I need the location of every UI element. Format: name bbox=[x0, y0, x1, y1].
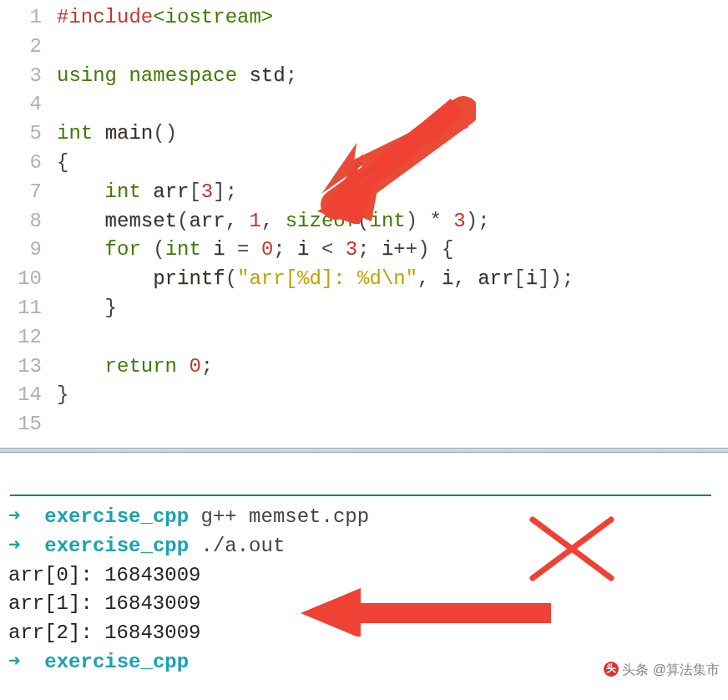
code-content: for (int i = 0; i < 3; i++) { bbox=[57, 236, 453, 265]
terminal-top-border bbox=[10, 495, 711, 496]
watermark-logo-icon: 头 bbox=[604, 662, 619, 677]
line-number: 9 bbox=[0, 236, 57, 265]
code-line: 13 return 0; bbox=[0, 353, 728, 382]
terminal-pane: ➜ exercise_cpp g++ memset.cpp➜ exercise_… bbox=[0, 503, 728, 684]
line-number: 2 bbox=[0, 33, 57, 62]
code-line: 11 } bbox=[0, 294, 728, 323]
watermark-text: 头条 @算法集市 bbox=[622, 660, 720, 679]
terminal-output-line: arr[0]: 16843009 bbox=[8, 561, 720, 591]
code-content: int main() bbox=[57, 119, 177, 149]
code-line: 2 bbox=[0, 33, 728, 62]
code-content: int arr[3]; bbox=[57, 178, 237, 207]
line-number: 15 bbox=[0, 410, 57, 439]
terminal-prompt-line: ➜ exercise_cpp g++ memset.cpp bbox=[8, 503, 720, 532]
line-number: 5 bbox=[0, 119, 57, 149]
code-line: 8 memset(arr, 1, sizeof(int) * 3); bbox=[0, 207, 728, 236]
line-number: 8 bbox=[0, 207, 57, 236]
code-line: 12 bbox=[0, 323, 728, 353]
code-content: { bbox=[57, 149, 68, 178]
code-line: 6{ bbox=[0, 149, 728, 178]
line-number: 4 bbox=[0, 90, 57, 119]
code-line: 15 bbox=[0, 410, 728, 439]
code-content: return 0; bbox=[57, 353, 213, 382]
code-editor-pane: 1#include<iostream>23using namespace std… bbox=[0, 0, 728, 448]
empty-gap bbox=[0, 453, 728, 495]
line-number: 10 bbox=[0, 265, 57, 294]
code-line: 9 for (int i = 0; i < 3; i++) { bbox=[0, 236, 728, 265]
code-line: 5int main() bbox=[0, 119, 728, 149]
code-line: 14} bbox=[0, 381, 728, 410]
code-content: } bbox=[57, 294, 117, 323]
line-number: 12 bbox=[0, 323, 57, 353]
code-content: } bbox=[57, 381, 68, 410]
code-content: memset(arr, 1, sizeof(int) * 3); bbox=[57, 207, 490, 236]
code-line: 3using namespace std; bbox=[0, 62, 728, 91]
watermark: 头 头条 @算法集市 bbox=[604, 660, 720, 679]
line-number: 1 bbox=[0, 3, 57, 33]
line-number: 3 bbox=[0, 62, 57, 91]
line-number: 7 bbox=[0, 178, 57, 207]
code-content: #include<iostream> bbox=[57, 3, 273, 33]
terminal-prompt-line: ➜ exercise_cpp ./a.out bbox=[8, 532, 720, 561]
code-line: 4 bbox=[0, 90, 728, 119]
code-line: 10 printf("arr[%d]: %d\n", i, arr[i]); bbox=[0, 265, 728, 294]
terminal-output-line: arr[1]: 16843009 bbox=[8, 590, 720, 619]
line-number: 14 bbox=[0, 381, 57, 410]
code-content: using namespace std; bbox=[57, 62, 297, 91]
code-content: printf("arr[%d]: %d\n", i, arr[i]); bbox=[57, 265, 574, 294]
line-number: 11 bbox=[0, 294, 57, 323]
line-number: 6 bbox=[0, 149, 57, 178]
code-line: 1#include<iostream> bbox=[0, 3, 728, 33]
line-number: 13 bbox=[0, 353, 57, 382]
terminal-output-line: arr[2]: 16843009 bbox=[8, 619, 720, 648]
code-line: 7 int arr[3]; bbox=[0, 178, 728, 207]
